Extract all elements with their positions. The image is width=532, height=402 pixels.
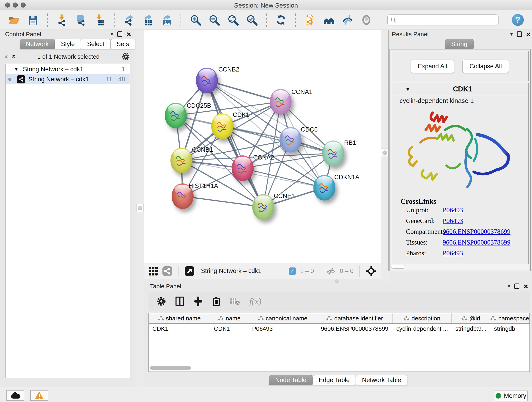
column-header-id[interactable]: @id	[452, 313, 490, 323]
network-current-dot	[8, 78, 12, 81]
zoom-selected-icon[interactable]	[246, 14, 258, 26]
column-header-description[interactable]: description	[393, 313, 452, 323]
table-cell[interactable]: stringdb:9...	[452, 324, 490, 334]
tab-style[interactable]: Style	[55, 39, 81, 49]
table-horizontal-scrollbar[interactable]	[150, 366, 191, 370]
birds-eye-toggle-icon[interactable]	[366, 266, 377, 277]
zoom-out-icon[interactable]	[208, 14, 220, 26]
node-details-header[interactable]: ▼ CDK1	[391, 83, 528, 95]
tab-node-table[interactable]: Node Table	[269, 375, 312, 385]
panel-float-icon[interactable]	[117, 32, 122, 37]
panel-close-icon[interactable]: ×	[526, 32, 531, 37]
crosslink-link[interactable]: P06493	[443, 206, 463, 214]
add-column-icon[interactable]	[194, 297, 203, 306]
crosslink-label: Pharos:	[406, 249, 443, 257]
panel-collapse-icon[interactable]: ▾	[510, 31, 513, 37]
tab-string[interactable]: String	[445, 39, 474, 49]
import-network-file-icon[interactable]	[56, 14, 68, 26]
grid-view-icon[interactable]	[148, 266, 158, 276]
detach-view-icon[interactable]	[184, 266, 195, 276]
crosslink-link[interactable]: 9606.ENSP00000378699	[443, 239, 510, 246]
network-node-cdc25b[interactable]	[165, 103, 187, 128]
warnings-button[interactable]	[30, 390, 48, 401]
right-splitter[interactable]	[381, 30, 389, 282]
tab-network[interactable]: Network	[20, 39, 55, 49]
memory-button[interactable]: Memory	[494, 390, 528, 401]
cytoscape-window: Session: New Session ? Control	[0, 0, 532, 402]
tab-select[interactable]: Select	[81, 39, 110, 49]
table-options-gear-icon[interactable]	[157, 297, 166, 306]
left-splitter[interactable]	[136, 30, 144, 387]
table-cell[interactable]: CDK1	[149, 324, 210, 334]
panel-float-icon[interactable]	[514, 283, 519, 289]
search-input[interactable]	[398, 16, 495, 23]
table-cell[interactable]: 9606.ENSP00000378699	[317, 324, 393, 334]
import-network-database-icon[interactable]	[75, 14, 87, 26]
node-label: CCNB2	[218, 66, 239, 73]
column-header-name[interactable]: name	[210, 313, 249, 323]
network-node-cdkn1a[interactable]	[313, 175, 336, 201]
network-edge-count: 48	[118, 76, 125, 83]
export-image-icon[interactable]	[160, 14, 172, 26]
network-options-gear-icon[interactable]	[122, 53, 130, 61]
table-cell[interactable]: stringdb	[490, 324, 530, 334]
column-header-namespace[interactable]: namespace	[490, 313, 530, 323]
network-node-ccnb1[interactable]	[171, 148, 192, 173]
table-cell[interactable]: CDK1	[210, 324, 249, 334]
node-label: CDC25B	[187, 102, 211, 109]
panel-collapse-icon[interactable]: ▾	[111, 31, 113, 37]
help-icon[interactable]: ?	[512, 14, 524, 26]
collapse-node-icon[interactable]: ▼	[405, 86, 411, 92]
show-columns-icon[interactable]	[176, 297, 184, 306]
table-cell[interactable]: P06493	[248, 324, 317, 334]
network-collection-row[interactable]: ▼ String Network – cdk1 1	[6, 64, 130, 74]
column-header-shared-name[interactable]: shared name	[149, 313, 210, 323]
panel-collapse-icon[interactable]: ▾	[508, 283, 510, 289]
import-string-document-icon[interactable]	[304, 14, 316, 26]
node-label: CDK1	[233, 111, 249, 119]
home-icon[interactable]	[323, 14, 335, 26]
delete-column-icon[interactable]	[212, 297, 220, 306]
export-table-icon[interactable]	[142, 14, 153, 26]
results-scrollbar[interactable]	[391, 264, 529, 270]
tab-edge-table[interactable]: Edge Table	[312, 375, 356, 385]
refresh-layout-icon[interactable]	[275, 14, 287, 26]
table-cell[interactable]: cyclin-dependent ...	[393, 324, 452, 334]
right-splitter-handle[interactable]	[381, 148, 388, 157]
panel-float-icon[interactable]	[517, 32, 522, 37]
export-network-icon[interactable]	[123, 14, 135, 26]
open-session-icon[interactable]	[8, 14, 20, 26]
column-header-database-identifier[interactable]: database identifier	[317, 313, 393, 323]
network-row-selected[interactable]: String Network – cdk1 11 48	[6, 74, 130, 84]
column-header-canonical-name[interactable]: canonical name	[248, 313, 317, 323]
panel-close-icon[interactable]: ×	[127, 32, 131, 37]
collapse-all-button[interactable]: Collapse All	[462, 60, 509, 73]
table-row[interactable]: CDK1CDK1P064939606.ENSP00000378699cyclin…	[149, 324, 530, 334]
panel-close-icon[interactable]: ×	[524, 283, 528, 289]
cloud-button[interactable]	[6, 390, 24, 401]
save-session-icon[interactable]	[27, 14, 39, 26]
network-node-cdc6[interactable]	[279, 127, 302, 153]
zoom-in-icon[interactable]	[190, 14, 201, 26]
collapse-all-networks-icon[interactable]: »	[9, 55, 17, 58]
network-node-ccnb2[interactable]	[196, 68, 218, 93]
network-canvas[interactable]: CCNB2CCNA1CDC25BCDK1CDC6RB1CCNB1CCNA2CDK…	[144, 30, 381, 263]
network-node-ccna2[interactable]	[232, 155, 254, 181]
zoom-fit-icon[interactable]	[227, 14, 239, 26]
tab-sets[interactable]: Sets	[110, 39, 135, 49]
import-table-file-icon[interactable]	[94, 14, 106, 26]
network-node-rb1[interactable]	[322, 140, 344, 166]
birds-eye-view-icon[interactable]	[360, 14, 372, 26]
selected-nodes-checkbox-icon[interactable]: ✓	[289, 268, 296, 275]
crosslink-link[interactable]: 9606.ENSP00000378699	[443, 228, 510, 235]
crosslink-link[interactable]: P06493	[443, 249, 463, 257]
tab-network-table[interactable]: Network Table	[356, 375, 407, 385]
tree-expand-icon[interactable]: ▼	[14, 66, 19, 72]
left-splitter-handle[interactable]	[136, 204, 144, 212]
toggle-graphics-details-icon[interactable]	[342, 14, 354, 26]
expand-all-button[interactable]: Expand All	[411, 60, 454, 73]
network-node-ccne1[interactable]	[252, 194, 274, 220]
network-node-ccna1[interactable]	[270, 89, 292, 115]
crosslink-link[interactable]: P06493	[443, 217, 463, 225]
network-node-cdk1[interactable]	[211, 114, 233, 139]
